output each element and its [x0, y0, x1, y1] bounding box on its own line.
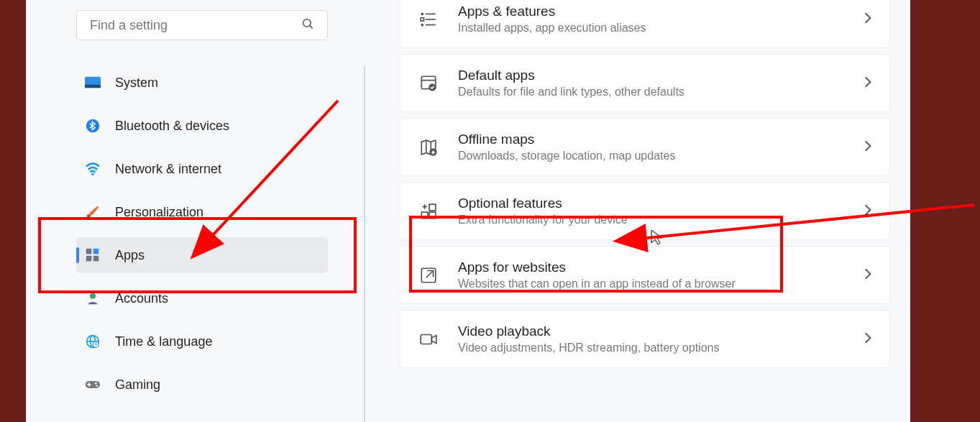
svg-rect-8: [93, 249, 99, 254]
brush-icon: [85, 204, 101, 220]
card-subtitle: Extra functionality for your device: [458, 214, 845, 226]
card-subtitle: Video adjustments, HDR streaming, batter…: [458, 341, 845, 354]
chevron-right-icon: [864, 267, 872, 283]
sidebar-item-label: Network & internet: [115, 162, 221, 177]
card-text: Video playback Video adjustments, HDR st…: [458, 324, 845, 354]
card-text: Default apps Defaults for file and link …: [458, 68, 845, 98]
sidebar-item-time-language[interactable]: Time & language: [76, 324, 328, 359]
nav-list: System Bluetooth & devices Network & int…: [76, 65, 328, 410]
wifi-icon: [85, 161, 101, 177]
sidebar-divider: [364, 66, 365, 422]
globe-icon: [85, 334, 101, 349]
card-optional-features[interactable]: Optional features Extra functionality fo…: [400, 182, 890, 240]
apps-icon: [85, 247, 101, 263]
list-icon: [418, 9, 439, 30]
card-text: Offline maps Downloads, storage location…: [458, 132, 845, 162]
websites-icon: [418, 265, 439, 286]
chevron-right-icon: [864, 331, 872, 347]
card-title: Optional features: [458, 196, 845, 211]
sidebar-item-bluetooth[interactable]: Bluetooth & devices: [76, 108, 328, 144]
card-default-apps[interactable]: Default apps Defaults for file and link …: [400, 54, 890, 112]
sidebar-item-label: Apps: [115, 248, 145, 263]
svg-point-6: [87, 214, 91, 218]
sidebar-item-label: Personalization: [115, 205, 203, 220]
default-apps-icon: [418, 73, 439, 94]
sidebar-item-gaming[interactable]: Gaming: [76, 367, 328, 403]
search-box[interactable]: [76, 10, 328, 40]
sidebar-item-apps[interactable]: Apps: [76, 237, 328, 273]
chevron-right-icon: [864, 139, 872, 155]
card-apps-for-websites[interactable]: Apps for websites Websites that can open…: [400, 246, 890, 304]
card-subtitle: Downloads, storage location, map updates: [458, 150, 845, 162]
sidebar: System Bluetooth & devices Network & int…: [26, 0, 371, 422]
svg-rect-10: [93, 256, 99, 262]
svg-point-5: [91, 173, 94, 175]
card-subtitle: Defaults for file and link types, other …: [458, 86, 845, 98]
card-subtitle: Installed apps, app execution aliases: [458, 22, 845, 35]
svg-rect-36: [429, 204, 436, 211]
search-icon: [301, 17, 314, 33]
card-text: Optional features Extra functionality fo…: [458, 196, 845, 226]
svg-rect-42: [421, 334, 431, 344]
svg-point-0: [303, 19, 311, 27]
accounts-icon: [85, 290, 101, 306]
card-title: Default apps: [458, 68, 845, 83]
sidebar-item-label: Bluetooth & devices: [115, 119, 229, 134]
card-video-playback[interactable]: Video playback Video adjustments, HDR st…: [400, 310, 890, 368]
svg-rect-37: [429, 212, 436, 219]
svg-marker-43: [431, 335, 436, 343]
card-offline-maps[interactable]: Offline maps Downloads, storage location…: [400, 118, 890, 176]
svg-rect-35: [421, 212, 428, 219]
card-text: Apps & features Installed apps, app exec…: [458, 4, 845, 35]
sidebar-item-accounts[interactable]: Accounts: [76, 280, 328, 316]
card-title: Apps & features: [458, 4, 845, 19]
svg-rect-3: [85, 85, 101, 88]
svg-point-19: [95, 382, 97, 385]
chevron-right-icon: [864, 75, 872, 91]
svg-rect-9: [86, 256, 92, 262]
card-title: Offline maps: [458, 132, 845, 147]
gaming-icon: [85, 377, 101, 393]
svg-rect-7: [86, 249, 92, 254]
svg-line-41: [426, 270, 434, 277]
card-title: Video playback: [458, 324, 845, 339]
sidebar-item-label: Gaming: [115, 377, 160, 393]
search-input[interactable]: [90, 18, 301, 33]
sidebar-item-label: Accounts: [115, 291, 168, 306]
settings-window: System Bluetooth & devices Network & int…: [26, 0, 910, 422]
video-icon: [418, 329, 439, 350]
card-text: Apps for websites Websites that can open…: [458, 260, 845, 290]
system-icon: [85, 75, 101, 91]
bluetooth-icon: [85, 118, 101, 134]
svg-rect-25: [421, 17, 423, 20]
sidebar-item-network[interactable]: Network & internet: [76, 151, 328, 187]
svg-point-27: [421, 24, 423, 25]
svg-line-17: [96, 344, 97, 345]
card-apps-features[interactable]: Apps & features Installed apps, app exec…: [400, 0, 890, 48]
sidebar-item-label: System: [115, 75, 158, 91]
svg-point-11: [90, 293, 96, 299]
sidebar-item-system[interactable]: System: [76, 65, 328, 101]
optional-features-icon: [418, 201, 439, 222]
card-subtitle: Websites that can open in an app instead…: [458, 277, 845, 290]
sidebar-item-personalization[interactable]: Personalization: [76, 194, 328, 230]
content-pane: Apps & features Installed apps, app exec…: [371, 0, 910, 422]
chevron-right-icon: [864, 203, 872, 219]
sidebar-item-label: Time & language: [115, 334, 212, 349]
map-icon: [418, 137, 439, 158]
chevron-right-icon: [864, 12, 872, 27]
svg-point-20: [96, 385, 99, 387]
svg-point-23: [421, 13, 423, 14]
svg-line-1: [310, 26, 313, 29]
card-title: Apps for websites: [458, 260, 845, 275]
